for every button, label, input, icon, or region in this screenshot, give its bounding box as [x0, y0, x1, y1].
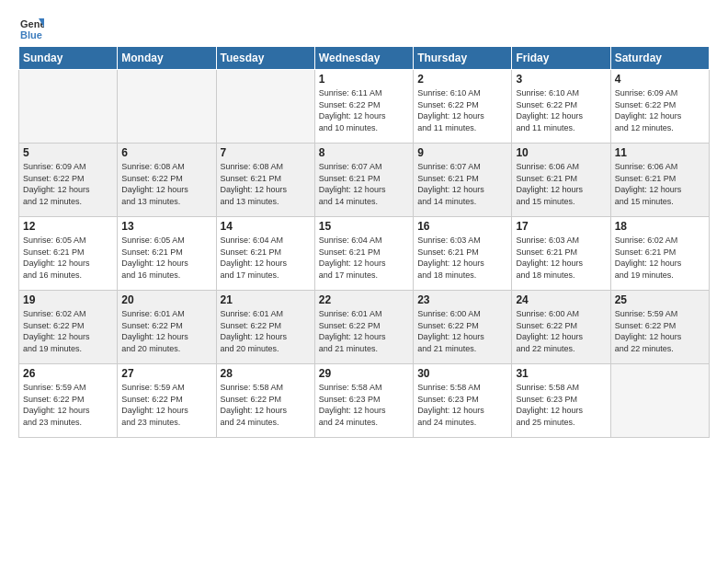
day-info: Sunrise: 5:58 AM Sunset: 6:23 PM Dayligh…	[417, 382, 507, 428]
day-number: 18	[615, 220, 705, 233]
day-cell: 3Sunrise: 6:10 AM Sunset: 6:22 PM Daylig…	[512, 70, 610, 144]
day-info: Sunrise: 6:02 AM Sunset: 6:21 PM Dayligh…	[615, 235, 705, 281]
day-cell: 31Sunrise: 5:58 AM Sunset: 6:23 PM Dayli…	[512, 364, 610, 438]
day-number: 13	[121, 220, 211, 233]
day-cell	[610, 364, 709, 438]
day-cell: 30Sunrise: 5:58 AM Sunset: 6:23 PM Dayli…	[414, 364, 512, 438]
day-cell: 12Sunrise: 6:05 AM Sunset: 6:21 PM Dayli…	[19, 217, 118, 291]
col-friday: Friday	[512, 47, 610, 70]
col-saturday: Saturday	[610, 47, 709, 70]
day-number: 22	[319, 293, 409, 306]
day-number: 11	[615, 146, 705, 159]
day-info: Sunrise: 5:58 AM Sunset: 6:23 PM Dayligh…	[319, 382, 409, 428]
day-cell: 29Sunrise: 5:58 AM Sunset: 6:23 PM Dayli…	[314, 364, 413, 438]
day-number: 9	[417, 146, 507, 159]
day-info: Sunrise: 6:03 AM Sunset: 6:21 PM Dayligh…	[417, 235, 507, 281]
day-info: Sunrise: 6:01 AM Sunset: 6:22 PM Dayligh…	[121, 308, 211, 354]
header-row: Sunday Monday Tuesday Wednesday Thursday…	[19, 47, 710, 70]
day-number: 15	[319, 220, 409, 233]
day-cell: 16Sunrise: 6:03 AM Sunset: 6:21 PM Dayli…	[414, 217, 512, 291]
day-info: Sunrise: 6:05 AM Sunset: 6:21 PM Dayligh…	[121, 235, 211, 281]
day-cell: 17Sunrise: 6:03 AM Sunset: 6:21 PM Dayli…	[512, 217, 610, 291]
col-tuesday: Tuesday	[216, 47, 314, 70]
day-number: 14	[221, 220, 311, 233]
day-info: Sunrise: 5:59 AM Sunset: 6:22 PM Dayligh…	[121, 382, 211, 428]
day-number: 26	[23, 367, 113, 380]
day-cell: 21Sunrise: 6:01 AM Sunset: 6:22 PM Dayli…	[216, 291, 314, 364]
day-number: 6	[121, 146, 211, 159]
day-cell: 10Sunrise: 6:06 AM Sunset: 6:21 PM Dayli…	[512, 144, 610, 217]
day-number: 12	[23, 220, 113, 233]
day-number: 3	[516, 73, 606, 86]
day-number: 20	[121, 293, 211, 306]
day-info: Sunrise: 5:59 AM Sunset: 6:22 PM Dayligh…	[615, 308, 705, 354]
day-cell: 14Sunrise: 6:04 AM Sunset: 6:21 PM Dayli…	[216, 217, 314, 291]
day-info: Sunrise: 6:08 AM Sunset: 6:22 PM Dayligh…	[121, 161, 211, 207]
day-cell: 5Sunrise: 6:09 AM Sunset: 6:22 PM Daylig…	[19, 144, 118, 217]
calendar: Sunday Monday Tuesday Wednesday Thursday…	[18, 46, 710, 438]
day-cell	[19, 70, 118, 144]
day-number: 24	[516, 293, 606, 306]
day-info: Sunrise: 6:03 AM Sunset: 6:21 PM Dayligh…	[516, 235, 606, 281]
day-cell: 24Sunrise: 6:00 AM Sunset: 6:22 PM Dayli…	[512, 291, 610, 364]
day-cell: 13Sunrise: 6:05 AM Sunset: 6:21 PM Dayli…	[118, 217, 216, 291]
day-number: 31	[516, 367, 606, 380]
page: General Blue Sunday Monday Tuesday Wedne…	[0, 0, 728, 447]
day-number: 30	[417, 367, 507, 380]
day-info: Sunrise: 6:09 AM Sunset: 6:22 PM Dayligh…	[615, 87, 705, 133]
day-info: Sunrise: 6:08 AM Sunset: 6:21 PM Dayligh…	[221, 161, 311, 207]
day-cell: 11Sunrise: 6:06 AM Sunset: 6:21 PM Dayli…	[610, 144, 709, 217]
day-cell: 7Sunrise: 6:08 AM Sunset: 6:21 PM Daylig…	[216, 144, 314, 217]
week-row-3: 12Sunrise: 6:05 AM Sunset: 6:21 PM Dayli…	[19, 217, 710, 291]
week-row-1: 1Sunrise: 6:11 AM Sunset: 6:22 PM Daylig…	[19, 70, 710, 144]
day-number: 17	[516, 220, 606, 233]
day-info: Sunrise: 5:58 AM Sunset: 6:22 PM Dayligh…	[221, 382, 311, 428]
day-number: 2	[417, 73, 507, 86]
day-info: Sunrise: 6:10 AM Sunset: 6:22 PM Dayligh…	[516, 87, 606, 133]
day-info: Sunrise: 6:04 AM Sunset: 6:21 PM Dayligh…	[319, 235, 409, 281]
logo-icon: General Blue	[18, 15, 44, 40]
day-info: Sunrise: 6:00 AM Sunset: 6:22 PM Dayligh…	[516, 308, 606, 354]
logo: General Blue	[18, 15, 48, 40]
day-info: Sunrise: 6:06 AM Sunset: 6:21 PM Dayligh…	[615, 161, 705, 207]
day-info: Sunrise: 5:59 AM Sunset: 6:22 PM Dayligh…	[23, 382, 113, 428]
day-number: 10	[516, 146, 606, 159]
day-cell: 26Sunrise: 5:59 AM Sunset: 6:22 PM Dayli…	[19, 364, 118, 438]
day-cell: 22Sunrise: 6:01 AM Sunset: 6:22 PM Dayli…	[314, 291, 413, 364]
col-wednesday: Wednesday	[314, 47, 413, 70]
day-info: Sunrise: 6:00 AM Sunset: 6:22 PM Dayligh…	[417, 308, 507, 354]
day-info: Sunrise: 6:09 AM Sunset: 6:22 PM Dayligh…	[23, 161, 113, 207]
day-info: Sunrise: 6:07 AM Sunset: 6:21 PM Dayligh…	[417, 161, 507, 207]
day-cell: 25Sunrise: 5:59 AM Sunset: 6:22 PM Dayli…	[610, 291, 709, 364]
day-number: 25	[615, 293, 705, 306]
day-cell: 1Sunrise: 6:11 AM Sunset: 6:22 PM Daylig…	[314, 70, 413, 144]
day-cell: 27Sunrise: 5:59 AM Sunset: 6:22 PM Dayli…	[118, 364, 216, 438]
day-cell	[118, 70, 216, 144]
day-cell: 6Sunrise: 6:08 AM Sunset: 6:22 PM Daylig…	[118, 144, 216, 217]
week-row-4: 19Sunrise: 6:02 AM Sunset: 6:22 PM Dayli…	[19, 291, 710, 364]
col-thursday: Thursday	[414, 47, 512, 70]
day-cell: 8Sunrise: 6:07 AM Sunset: 6:21 PM Daylig…	[314, 144, 413, 217]
week-row-5: 26Sunrise: 5:59 AM Sunset: 6:22 PM Dayli…	[19, 364, 710, 438]
day-info: Sunrise: 6:11 AM Sunset: 6:22 PM Dayligh…	[319, 87, 409, 133]
day-info: Sunrise: 6:10 AM Sunset: 6:22 PM Dayligh…	[417, 87, 507, 133]
day-info: Sunrise: 5:58 AM Sunset: 6:23 PM Dayligh…	[516, 382, 606, 428]
day-cell: 28Sunrise: 5:58 AM Sunset: 6:22 PM Dayli…	[216, 364, 314, 438]
day-cell: 18Sunrise: 6:02 AM Sunset: 6:21 PM Dayli…	[610, 217, 709, 291]
day-number: 5	[23, 146, 113, 159]
day-number: 27	[121, 367, 211, 380]
day-number: 28	[221, 367, 311, 380]
day-cell: 9Sunrise: 6:07 AM Sunset: 6:21 PM Daylig…	[414, 144, 512, 217]
header: General Blue	[18, 15, 710, 40]
day-info: Sunrise: 6:06 AM Sunset: 6:21 PM Dayligh…	[516, 161, 606, 207]
week-row-2: 5Sunrise: 6:09 AM Sunset: 6:22 PM Daylig…	[19, 144, 710, 217]
day-info: Sunrise: 6:01 AM Sunset: 6:22 PM Dayligh…	[319, 308, 409, 354]
col-monday: Monday	[118, 47, 216, 70]
day-cell: 2Sunrise: 6:10 AM Sunset: 6:22 PM Daylig…	[414, 70, 512, 144]
day-info: Sunrise: 6:05 AM Sunset: 6:21 PM Dayligh…	[23, 235, 113, 281]
day-info: Sunrise: 6:02 AM Sunset: 6:22 PM Dayligh…	[23, 308, 113, 354]
day-number: 21	[221, 293, 311, 306]
day-info: Sunrise: 6:07 AM Sunset: 6:21 PM Dayligh…	[319, 161, 409, 207]
day-cell: 23Sunrise: 6:00 AM Sunset: 6:22 PM Dayli…	[414, 291, 512, 364]
day-cell: 20Sunrise: 6:01 AM Sunset: 6:22 PM Dayli…	[118, 291, 216, 364]
